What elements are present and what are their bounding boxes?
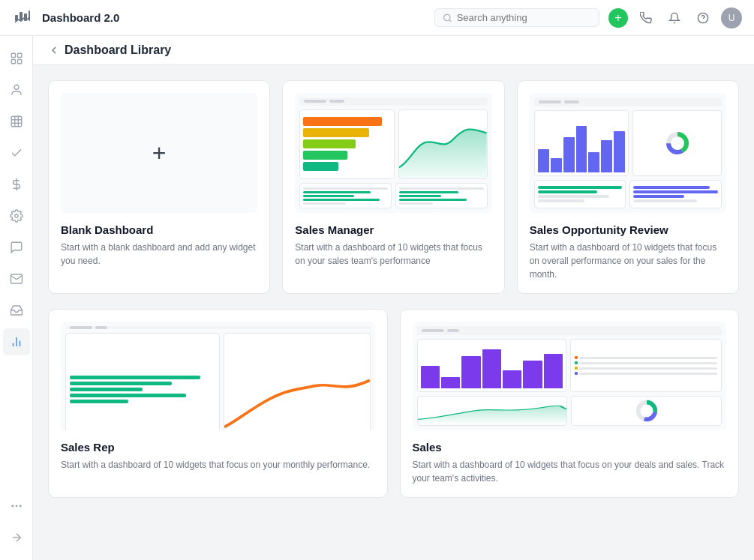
card-sales[interactable]: Sales Start with a dashboard of 10 widge… [400,309,740,498]
card-preview-blank: + [61,93,257,213]
sidebar [0,36,33,560]
svg-line-5 [449,19,451,21]
card-title-sales-manager: Sales Manager [295,223,491,236]
add-button[interactable]: + [608,8,628,28]
bell-icon[interactable] [664,7,685,28]
svg-point-25 [12,505,14,507]
card-title-sales-opportunity: Sales Opportunity Review [530,223,726,236]
svg-rect-10 [11,60,15,64]
search-bar[interactable] [434,8,599,27]
sidebar-item-person[interactable] [3,76,30,103]
card-sales-rep[interactable]: Sales Rep Start with a dashboard of 10 w… [48,309,388,498]
svg-point-38 [642,406,650,415]
card-desc-sales-manager: Start with a dashboard of 10 widgets tha… [295,241,491,268]
search-input[interactable] [457,12,591,23]
logo-icon [12,7,33,28]
card-desc-sales-rep: Start with a dashboard of 10 widgets tha… [61,458,375,472]
svg-point-30 [673,139,682,148]
sidebar-bottom [3,493,30,551]
main-layout: Dashboard Library + Blank Dashboard Star… [0,36,754,560]
card-sales-opportunity[interactable]: Sales Opportunity Review Start with a da… [517,80,739,294]
phone-icon[interactable] [635,7,656,28]
card-preview-sales-manager [295,93,491,213]
svg-rect-3 [29,10,30,21]
content-area: Dashboard Library + Blank Dashboard Star… [33,36,754,560]
card-title-sales: Sales [413,441,727,454]
card-title-sales-rep: Sales Rep [61,441,375,454]
sidebar-item-chart[interactable] [3,328,30,355]
card-preview-sales [413,322,727,430]
card-title-blank: Blank Dashboard [61,223,257,236]
app-title: Dashboard 2.0 [42,11,425,24]
help-icon[interactable] [692,7,713,28]
svg-point-19 [14,214,18,218]
svg-rect-13 [11,116,22,127]
card-sales-manager[interactable]: Sales Manager Start with a dashboard of … [282,80,504,294]
sidebar-item-dollar[interactable] [3,171,30,198]
back-button[interactable] [48,44,60,56]
plus-icon: + [152,139,167,167]
svg-point-24 [20,505,21,507]
card-desc-sales-opportunity: Start with a dashboard of 10 widgets tha… [530,241,726,281]
avatar[interactable]: U [721,7,742,28]
top-nav: Dashboard 2.0 + U [0,0,754,36]
svg-rect-8 [11,53,15,57]
svg-point-12 [14,85,19,89]
sidebar-item-mail[interactable] [3,265,30,292]
card-blank[interactable]: + Blank Dashboard Start with a blank das… [48,80,270,294]
sidebar-item-grid[interactable] [3,108,30,135]
sidebar-item-chat[interactable] [3,234,30,261]
card-desc-blank: Start with a blank dashboard and add any… [61,241,257,268]
svg-rect-11 [17,60,21,64]
card-preview-sales-opportunity [530,93,726,213]
nav-icons: + U [608,7,742,28]
search-icon [443,13,452,23]
sidebar-item-inbox[interactable] [3,297,30,324]
card-desc-sales: Start with a dashboard of 10 widgets tha… [413,458,727,485]
sidebar-item-arrow[interactable] [3,524,30,551]
card-preview-sales-rep [61,322,375,430]
sidebar-item-check[interactable] [3,139,30,166]
svg-point-23 [16,505,17,507]
breadcrumb: Dashboard Library [33,36,754,65]
svg-point-4 [444,14,450,20]
dashboard-grid: + Blank Dashboard Start with a blank das… [33,65,754,309]
sidebar-item-more[interactable] [3,493,30,520]
bottom-row: Sales Rep Start with a dashboard of 10 w… [33,309,754,513]
sidebar-item-settings[interactable] [3,202,30,229]
page-title: Dashboard Library [65,43,171,57]
svg-rect-9 [17,53,21,57]
sidebar-item-home[interactable] [3,45,30,72]
